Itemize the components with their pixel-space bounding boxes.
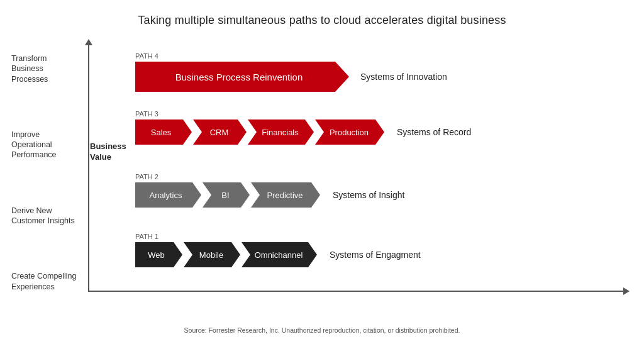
path2-row: PATH 2 Analytics BI Predictive Systems o…	[88, 173, 625, 208]
path4-label: PATH 4	[135, 52, 625, 60]
path4-system: Systems of Innovation	[360, 72, 447, 82]
path2-system: Systems of Insight	[333, 190, 404, 200]
diagram-container: Taking multiple simultaneous paths to cl…	[0, 0, 644, 339]
y-label-improve: Improve Operational Performance	[11, 130, 77, 160]
path1-seg-omnichannel: Omnichannel	[242, 242, 317, 267]
y-label-derive: Derive New Customer Insights	[11, 206, 77, 226]
path1-label: PATH 1	[135, 233, 625, 240]
chart-title: Taking multiple simultaneous paths to cl…	[0, 0, 644, 27]
path2-seg-bi: BI	[203, 182, 250, 208]
path1-row: PATH 1 Web Mobile Omnichannel Systems of…	[88, 233, 625, 267]
path1-seg-web: Web	[135, 242, 182, 267]
path3-row: PATH 3 Sales CRM Financials Production S…	[88, 110, 625, 145]
chart-area: Transform Business Processes Improve Ope…	[0, 41, 644, 311]
path3-label: PATH 3	[135, 110, 625, 118]
path4-text: Business Process Reinvention	[175, 72, 303, 82]
y-axis-labels: Transform Business Processes Improve Ope…	[11, 53, 77, 292]
path3-system: Systems of Record	[397, 127, 471, 137]
path1-system: Systems of Engagment	[330, 250, 421, 260]
path1-seg-mobile: Mobile	[184, 242, 240, 267]
path4-row: PATH 4 Business Process Reinvention Syst…	[88, 52, 625, 92]
path4-arrow: Business Process Reinvention	[135, 62, 349, 92]
x-axis	[88, 291, 625, 292]
y-label-create: Create Compelling Experiences	[11, 271, 77, 292]
path2-seg-predictive: Predictive	[251, 182, 320, 208]
path2-label: PATH 2	[135, 173, 625, 181]
source-citation: Source: Forrester Research, Inc. Unautho…	[0, 326, 644, 334]
path3-seg-production: Production	[315, 119, 384, 145]
path3-seg-financials: Financials	[248, 119, 314, 145]
y-label-transform: Transform Business Processes	[11, 53, 77, 84]
business-value-label: Business Value	[90, 142, 131, 163]
path3-seg-crm: CRM	[193, 119, 247, 145]
path3-seg-sales: Sales	[135, 119, 192, 145]
path2-seg-analytics: Analytics	[135, 182, 201, 208]
